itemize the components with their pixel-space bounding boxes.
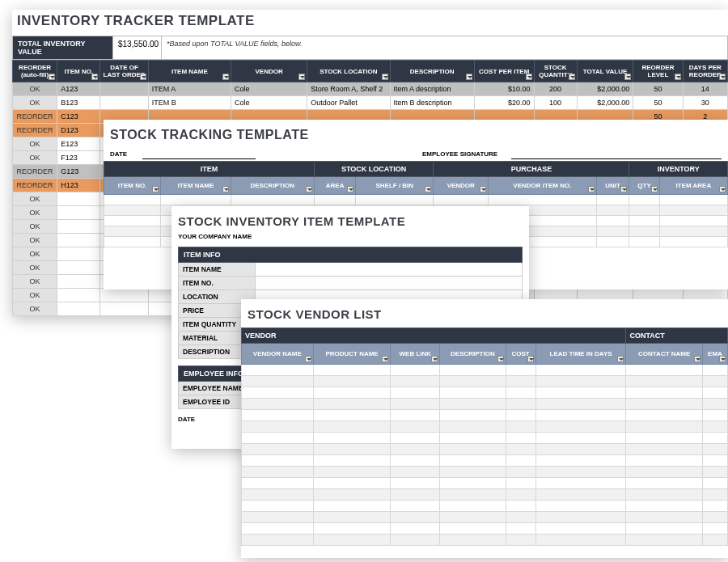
cell[interactable] <box>391 523 440 535</box>
cell[interactable] <box>535 444 626 455</box>
column-header[interactable]: TOTAL VALUE <box>577 61 633 82</box>
cell[interactable] <box>313 455 391 467</box>
cell[interactable] <box>535 410 626 421</box>
cell[interactable] <box>535 523 626 535</box>
filter-dropdown-icon[interactable] <box>569 74 575 80</box>
table-row[interactable] <box>242 421 728 433</box>
cell[interactable]: $2,000.00 <box>577 82 633 96</box>
cell[interactable] <box>242 523 314 535</box>
cell[interactable] <box>626 399 702 410</box>
cell[interactable] <box>313 523 391 535</box>
table-row[interactable] <box>242 365 728 376</box>
filter-dropdown-icon[interactable] <box>526 74 532 80</box>
cell[interactable] <box>242 535 314 546</box>
cell[interactable] <box>57 289 100 302</box>
cell[interactable]: Cole <box>231 96 307 110</box>
table-row[interactable] <box>242 455 728 467</box>
cell[interactable]: $20.00 <box>474 96 534 110</box>
cell[interactable] <box>104 226 161 237</box>
cell[interactable] <box>100 289 148 302</box>
cell[interactable] <box>535 399 626 410</box>
filter-dropdown-icon[interactable] <box>222 74 229 80</box>
cell[interactable]: 200 <box>534 82 577 96</box>
column-header[interactable]: ITEM NO. <box>104 177 161 195</box>
cell[interactable] <box>506 501 535 512</box>
cell[interactable] <box>100 302 148 316</box>
column-header[interactable]: STOCK QUANTITY <box>534 61 577 82</box>
cell[interactable] <box>57 247 100 261</box>
column-header[interactable]: DESCRIPTION <box>440 344 506 365</box>
cell[interactable] <box>391 455 440 467</box>
cell[interactable] <box>440 444 506 455</box>
cell[interactable]: C123 <box>57 110 100 124</box>
cell[interactable]: H123 <box>57 179 100 192</box>
cell[interactable]: $10.00 <box>474 82 534 96</box>
column-header[interactable]: CONTACT NAME <box>626 344 702 365</box>
table-row[interactable] <box>242 478 728 489</box>
table-row[interactable]: OK A123 ITEM A Cole Store Room A, Shelf … <box>13 82 728 96</box>
vendor-table[interactable]: VENDORCONTACT VENDOR NAMEPRODUCT NAMEWEB… <box>241 327 728 546</box>
filter-dropdown-icon[interactable] <box>620 186 627 192</box>
cell[interactable] <box>242 467 314 478</box>
cell[interactable] <box>626 501 702 512</box>
cell[interactable] <box>313 399 391 410</box>
filter-dropdown-icon[interactable] <box>49 74 55 80</box>
table-row[interactable]: OK B123 ITEM B Cole Outdoor Pallet Item … <box>13 96 728 110</box>
cell[interactable] <box>313 489 391 501</box>
cell[interactable] <box>659 237 727 247</box>
cell[interactable] <box>100 96 148 110</box>
table-row[interactable] <box>242 535 728 546</box>
filter-dropdown-icon[interactable] <box>675 74 681 80</box>
cell[interactable] <box>506 421 535 433</box>
filter-dropdown-icon[interactable] <box>152 186 159 192</box>
filter-dropdown-icon[interactable] <box>431 356 438 362</box>
cell[interactable] <box>659 195 727 205</box>
cell[interactable] <box>506 478 535 489</box>
filter-dropdown-icon[interactable] <box>480 186 486 192</box>
cell[interactable] <box>596 237 629 247</box>
filter-dropdown-icon[interactable] <box>347 186 353 192</box>
cell[interactable] <box>506 387 535 399</box>
cell[interactable] <box>626 433 702 444</box>
cell[interactable] <box>702 444 727 455</box>
cell[interactable] <box>596 226 629 237</box>
table-row[interactable] <box>242 512 728 523</box>
cell[interactable] <box>626 523 702 535</box>
column-header[interactable]: LEAD TIME IN DAYS <box>535 344 626 365</box>
cell[interactable] <box>702 455 727 467</box>
column-header[interactable]: DAYS PER REORDER <box>683 61 727 82</box>
cell[interactable]: 100 <box>534 96 577 110</box>
cell[interactable] <box>391 489 440 501</box>
cell[interactable] <box>702 478 727 489</box>
cell[interactable] <box>535 387 626 399</box>
cell[interactable] <box>659 216 727 226</box>
column-header[interactable]: REORDER LEVEL <box>633 61 683 82</box>
cell[interactable] <box>506 467 535 478</box>
cell[interactable] <box>440 455 506 467</box>
cell[interactable] <box>391 535 440 546</box>
cell[interactable] <box>100 82 148 96</box>
cell[interactable] <box>57 261 100 275</box>
cell[interactable] <box>104 237 161 247</box>
filter-dropdown-icon[interactable] <box>425 186 431 192</box>
cell[interactable] <box>506 523 535 535</box>
cell[interactable] <box>57 220 100 234</box>
cell[interactable] <box>629 226 659 237</box>
cell[interactable] <box>702 410 727 421</box>
cell[interactable] <box>506 410 535 421</box>
cell[interactable] <box>313 512 391 523</box>
cell[interactable] <box>626 410 702 421</box>
cell[interactable] <box>702 489 727 501</box>
cell[interactable] <box>161 195 231 205</box>
column-header[interactable]: DESCRIPTION <box>231 177 314 195</box>
cell[interactable] <box>242 410 314 421</box>
cell[interactable] <box>313 365 391 376</box>
cell[interactable] <box>313 387 391 399</box>
cell[interactable] <box>242 455 314 467</box>
cell[interactable] <box>535 467 626 478</box>
cell[interactable] <box>440 376 506 387</box>
cell[interactable]: Item A description <box>390 82 474 96</box>
cell[interactable] <box>242 421 314 433</box>
field-value[interactable] <box>256 263 522 276</box>
cell[interactable]: Store Room A, Shelf 2 <box>307 82 390 96</box>
